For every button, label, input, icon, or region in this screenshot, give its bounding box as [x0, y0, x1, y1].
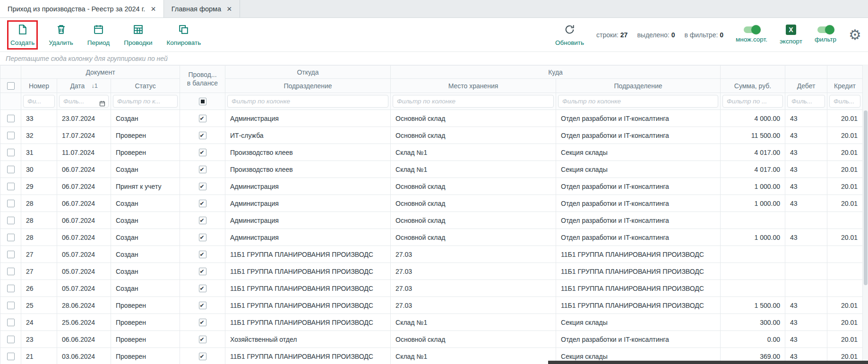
gear-icon[interactable]: ⚙	[849, 28, 861, 42]
row-checkbox[interactable]	[7, 183, 15, 190]
create-button[interactable]: Создать	[10, 24, 34, 46]
posted-checkbox[interactable]: ✔	[199, 336, 206, 343]
date-picker-icon[interactable]	[99, 100, 106, 107]
filter-toggle[interactable]	[817, 26, 834, 33]
row-checkbox[interactable]	[7, 115, 15, 122]
multisort-toggle[interactable]	[744, 26, 760, 33]
number-filter-input[interactable]	[23, 95, 55, 108]
posted-checkbox[interactable]: ✔	[199, 217, 206, 224]
to-department-filter-input[interactable]	[558, 95, 718, 108]
from-department-filter-input[interactable]	[227, 95, 388, 108]
row-checkbox[interactable]	[7, 353, 15, 360]
row-checkbox[interactable]	[7, 132, 15, 139]
cell-credit: 20.01	[827, 161, 863, 178]
column-header-sum[interactable]: Сумма, руб.	[721, 79, 785, 93]
posted-checkbox[interactable]: ✔	[199, 302, 206, 309]
row-select-cell	[0, 280, 21, 297]
cell-status: Создан	[111, 229, 180, 246]
table-row[interactable]: 30 06.07.2024 Создан ✔ Производство клее…	[0, 161, 863, 178]
table-row[interactable]: 25 28.06.2024 Проверен ✔ 11Б1 ГРУППА ПЛА…	[0, 297, 863, 314]
column-header-posted[interactable]: Провод... в балансе	[180, 66, 225, 93]
posted-checkbox[interactable]: ✔	[199, 285, 206, 292]
tab-main-form[interactable]: Главная форма ×	[164, 0, 240, 17]
cell-from-department: Администрация	[225, 110, 391, 127]
row-checkbox[interactable]	[7, 302, 15, 309]
posted-checkbox[interactable]: ✔	[199, 353, 206, 360]
refresh-button[interactable]: Обновить	[555, 24, 584, 46]
table-row[interactable]: 31 11.07.2024 Проверен ✔ Производство кл…	[0, 144, 863, 161]
cell-date: 23.07.2024	[57, 110, 111, 127]
table-row[interactable]: 28 06.07.2024 Создан ✔ Администрация Осн…	[0, 229, 863, 246]
row-checkbox[interactable]	[7, 166, 15, 173]
table-row[interactable]: 24 25.06.2024 Проверен ✔ 11Б1 ГРУППА ПЛА…	[0, 314, 863, 331]
row-checkbox[interactable]	[7, 217, 15, 224]
vertical-scrollbar[interactable]	[862, 65, 868, 364]
debit-filter-input[interactable]	[787, 95, 825, 108]
group-by-drop-zone[interactable]: Перетащите сюда колонку для группировки …	[0, 52, 868, 65]
row-checkbox[interactable]	[7, 268, 15, 275]
postings-button[interactable]: Проводки	[124, 24, 152, 46]
close-icon[interactable]: ×	[151, 5, 156, 13]
row-checkbox[interactable]	[7, 319, 15, 326]
table-row[interactable]: 28 06.07.2024 Создан ✔ Администрация Осн…	[0, 195, 863, 212]
column-header-number[interactable]: Номер	[21, 79, 57, 93]
table-row[interactable]: 32 17.07.2024 Проверен ✔ ИТ-служба Основ…	[0, 127, 863, 144]
column-header-status[interactable]: Статус	[111, 79, 180, 93]
row-checkbox[interactable]	[7, 251, 15, 258]
column-header-from-department[interactable]: Подразделение	[225, 79, 391, 93]
cell-storage: 27.03	[391, 297, 556, 314]
row-checkbox[interactable]	[7, 285, 15, 292]
table-row[interactable]: 28 06.07.2024 Создан ✔ Администрация Осн…	[0, 212, 863, 229]
table-row[interactable]: 33 23.07.2024 Создан ✔ Администрация Осн…	[0, 110, 863, 127]
storage-filter-input[interactable]	[393, 95, 554, 108]
vertical-scrollbar-thumb[interactable]	[864, 110, 868, 285]
table-row[interactable]: 27 05.07.2024 Создан ✔ 11Б1 ГРУППА ПЛАНИ…	[0, 263, 863, 280]
table-row[interactable]: 26 05.07.2024 Создан ✔ 11Б1 ГРУППА ПЛАНИ…	[0, 280, 863, 297]
posted-checkbox[interactable]: ✔	[199, 234, 206, 241]
table-row[interactable]: 29 06.07.2024 Принят к учету ✔ Администр…	[0, 178, 863, 195]
row-checkbox[interactable]	[7, 149, 15, 156]
posted-checkbox[interactable]: ✔	[199, 149, 206, 156]
close-icon[interactable]: ×	[227, 5, 232, 13]
posted-checkbox[interactable]: ✔	[199, 166, 206, 173]
column-header-debit[interactable]: Дебет	[785, 79, 827, 93]
posted-checkbox[interactable]: ✔	[199, 251, 206, 258]
period-button[interactable]: Период	[87, 24, 110, 46]
multisort-toggle-group[interactable]: множ.сорт.	[736, 26, 767, 43]
cell-storage: Основной склад	[391, 110, 556, 127]
check-icon: ✔	[200, 149, 205, 156]
posted-checkbox[interactable]: ✔	[199, 115, 206, 122]
row-checkbox[interactable]	[7, 336, 15, 343]
status-filter-input[interactable]	[113, 95, 178, 108]
postings-button-label: Проводки	[124, 39, 152, 46]
export-button[interactable]: X экспорт	[780, 25, 802, 45]
posted-checkbox[interactable]: ✔	[199, 183, 206, 190]
cell-status: Создан	[111, 246, 180, 263]
tab-register-2024[interactable]: Приход из производства - Реестр за 2024 …	[0, 0, 164, 17]
row-checkbox[interactable]	[7, 200, 15, 207]
tab-label: Главная форма	[172, 5, 221, 13]
column-header-date[interactable]: Дата ↓1	[57, 79, 111, 93]
copy-button[interactable]: Копировать	[167, 24, 201, 46]
table-row[interactable]: 23 06.06.2024 Проверен ✔ Хозяйственный о…	[0, 331, 863, 348]
column-header-storage[interactable]: Место хранения	[391, 79, 556, 93]
cell-sum: 11 500.00	[721, 127, 785, 144]
cell-posted: ✔	[180, 314, 225, 331]
posted-checkbox[interactable]: ✔	[199, 319, 206, 326]
posted-filter-checkbox[interactable]	[199, 98, 206, 105]
cell-sum: 0.00	[721, 331, 785, 348]
sum-filter-input[interactable]	[722, 95, 783, 108]
posted-checkbox[interactable]: ✔	[199, 132, 206, 139]
column-header-credit[interactable]: Кредит	[827, 79, 863, 93]
posted-checkbox[interactable]: ✔	[199, 200, 206, 207]
select-all-checkbox[interactable]	[7, 82, 15, 90]
posted-checkbox[interactable]: ✔	[199, 268, 206, 275]
table-row[interactable]: 27 05.07.2024 Создан ✔ 11Б1 ГРУППА ПЛАНИ…	[0, 246, 863, 263]
credit-filter-input[interactable]	[829, 95, 860, 108]
column-header-to-department[interactable]: Подразделение	[556, 79, 721, 93]
sort-indicator[interactable]: ↓1	[91, 83, 97, 89]
delete-button[interactable]: Удалить	[49, 24, 73, 46]
row-checkbox[interactable]	[7, 234, 15, 241]
filter-toggle-group[interactable]: фильтр	[815, 26, 836, 43]
horizontal-scrollbar-thumb[interactable]	[548, 361, 868, 364]
